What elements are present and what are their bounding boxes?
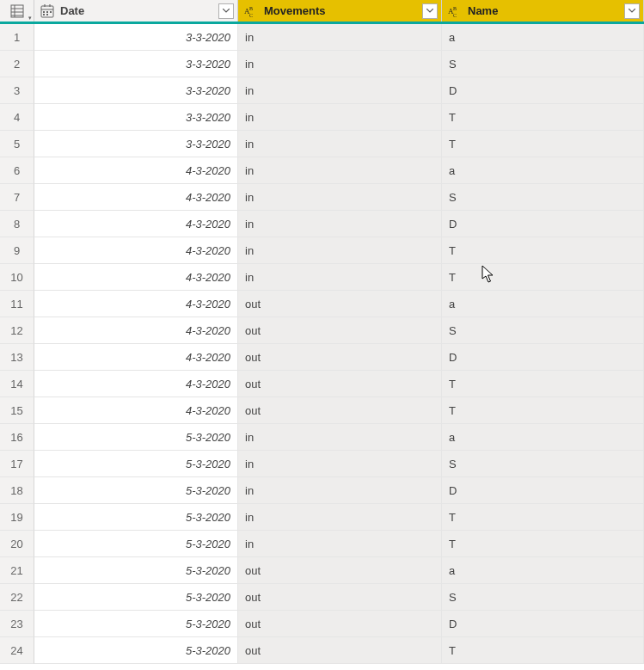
- filter-button-name[interactable]: [624, 3, 640, 19]
- cell-name[interactable]: T: [442, 264, 644, 291]
- row-number-cell[interactable]: 10: [0, 264, 34, 291]
- cell-movements[interactable]: in: [238, 104, 442, 131]
- table-row[interactable]: 43-3-2020inT: [0, 104, 644, 131]
- cell-movements[interactable]: out: [238, 291, 442, 317]
- cell-date[interactable]: 5-3-2020: [34, 531, 238, 557]
- table-row[interactable]: 235-3-2020outD: [0, 611, 644, 637]
- table-row[interactable]: 175-3-2020inS: [0, 451, 644, 477]
- cell-name[interactable]: S: [442, 317, 644, 344]
- row-number-cell[interactable]: 7: [0, 184, 34, 211]
- cell-movements[interactable]: in: [238, 504, 442, 531]
- cell-name[interactable]: a: [442, 24, 644, 51]
- cell-date[interactable]: 4-3-2020: [34, 237, 238, 264]
- cell-date[interactable]: 5-3-2020: [34, 611, 238, 637]
- cell-date[interactable]: 5-3-2020: [34, 451, 238, 477]
- row-number-cell[interactable]: 4: [0, 104, 34, 131]
- row-number-cell[interactable]: 24: [0, 637, 34, 664]
- table-row[interactable]: 74-3-2020inS: [0, 184, 644, 211]
- cell-movements[interactable]: in: [238, 264, 442, 291]
- cell-date[interactable]: 3-3-2020: [34, 77, 238, 104]
- cell-date[interactable]: 4-3-2020: [34, 157, 238, 184]
- table-row[interactable]: 144-3-2020outT: [0, 371, 644, 397]
- row-number-cell[interactable]: 21: [0, 557, 34, 584]
- cell-name[interactable]: D: [442, 344, 644, 371]
- row-number-cell[interactable]: 17: [0, 451, 34, 477]
- row-number-cell[interactable]: 19: [0, 504, 34, 531]
- filter-button-movements[interactable]: [422, 3, 438, 19]
- cell-movements[interactable]: in: [238, 211, 442, 237]
- cell-movements[interactable]: in: [238, 237, 442, 264]
- cell-name[interactable]: a: [442, 157, 644, 184]
- cell-movements[interactable]: out: [238, 611, 442, 637]
- cell-movements[interactable]: out: [238, 557, 442, 584]
- cell-name[interactable]: T: [442, 371, 644, 397]
- cell-name[interactable]: D: [442, 211, 644, 237]
- table-row[interactable]: 215-3-2020outa: [0, 557, 644, 584]
- table-row[interactable]: 154-3-2020outT: [0, 397, 644, 424]
- table-row[interactable]: 185-3-2020inD: [0, 477, 644, 504]
- cell-date[interactable]: 4-3-2020: [34, 291, 238, 317]
- cell-date[interactable]: 5-3-2020: [34, 637, 238, 664]
- table-row[interactable]: 134-3-2020outD: [0, 344, 644, 371]
- cell-name[interactable]: T: [442, 397, 644, 424]
- row-number-cell[interactable]: 18: [0, 477, 34, 504]
- column-header-movements[interactable]: A B C Movements: [238, 0, 442, 22]
- cell-name[interactable]: a: [442, 424, 644, 451]
- table-row[interactable]: 64-3-2020ina: [0, 157, 644, 184]
- cell-date[interactable]: 5-3-2020: [34, 477, 238, 504]
- cell-movements[interactable]: in: [238, 24, 442, 51]
- cell-name[interactable]: T: [442, 237, 644, 264]
- cell-date[interactable]: 3-3-2020: [34, 104, 238, 131]
- table-row[interactable]: 245-3-2020outT: [0, 637, 644, 664]
- cell-name[interactable]: T: [442, 531, 644, 557]
- cell-date[interactable]: 5-3-2020: [34, 557, 238, 584]
- column-header-date[interactable]: Date: [34, 0, 238, 22]
- cell-date[interactable]: 5-3-2020: [34, 504, 238, 531]
- cell-movements[interactable]: out: [238, 584, 442, 611]
- row-number-cell[interactable]: 3: [0, 77, 34, 104]
- cell-movements[interactable]: in: [238, 531, 442, 557]
- table-row[interactable]: 124-3-2020outS: [0, 317, 644, 344]
- cell-name[interactable]: D: [442, 477, 644, 504]
- cell-date[interactable]: 4-3-2020: [34, 264, 238, 291]
- filter-button-date[interactable]: [218, 3, 234, 19]
- cell-date[interactable]: 4-3-2020: [34, 184, 238, 211]
- table-row[interactable]: 33-3-2020inD: [0, 77, 644, 104]
- cell-name[interactable]: T: [442, 637, 644, 664]
- cell-movements[interactable]: in: [238, 131, 442, 157]
- cell-name[interactable]: S: [442, 584, 644, 611]
- cell-movements[interactable]: in: [238, 424, 442, 451]
- cell-name[interactable]: a: [442, 557, 644, 584]
- cell-date[interactable]: 3-3-2020: [34, 24, 238, 51]
- cell-movements[interactable]: in: [238, 157, 442, 184]
- cell-name[interactable]: S: [442, 184, 644, 211]
- select-all-corner[interactable]: ▾: [0, 0, 34, 22]
- cell-date[interactable]: 4-3-2020: [34, 344, 238, 371]
- cell-movements[interactable]: out: [238, 317, 442, 344]
- row-number-cell[interactable]: 12: [0, 317, 34, 344]
- cell-date[interactable]: 4-3-2020: [34, 317, 238, 344]
- row-number-cell[interactable]: 6: [0, 157, 34, 184]
- row-number-cell[interactable]: 23: [0, 611, 34, 637]
- row-number-cell[interactable]: 16: [0, 424, 34, 451]
- row-number-cell[interactable]: 2: [0, 51, 34, 77]
- table-row[interactable]: 94-3-2020inT: [0, 237, 644, 264]
- table-row[interactable]: 104-3-2020inT: [0, 264, 644, 291]
- cell-movements[interactable]: out: [238, 637, 442, 664]
- row-number-cell[interactable]: 13: [0, 344, 34, 371]
- row-number-cell[interactable]: 5: [0, 131, 34, 157]
- row-number-cell[interactable]: 20: [0, 531, 34, 557]
- cell-date[interactable]: 4-3-2020: [34, 397, 238, 424]
- table-row[interactable]: 195-3-2020inT: [0, 504, 644, 531]
- cell-name[interactable]: T: [442, 104, 644, 131]
- cell-movements[interactable]: out: [238, 344, 442, 371]
- cell-name[interactable]: a: [442, 291, 644, 317]
- cell-name[interactable]: D: [442, 77, 644, 104]
- cell-date[interactable]: 3-3-2020: [34, 51, 238, 77]
- cell-movements[interactable]: out: [238, 397, 442, 424]
- cell-movements[interactable]: in: [238, 477, 442, 504]
- row-number-cell[interactable]: 8: [0, 211, 34, 237]
- table-row[interactable]: 53-3-2020inT: [0, 131, 644, 157]
- table-row[interactable]: 205-3-2020inT: [0, 531, 644, 557]
- cell-date[interactable]: 4-3-2020: [34, 211, 238, 237]
